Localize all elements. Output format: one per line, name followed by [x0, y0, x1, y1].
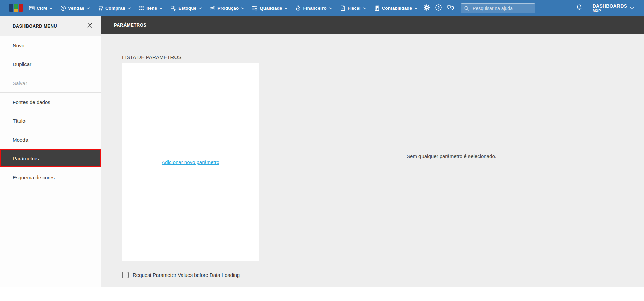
parameter-list-label: LISTA DE PARÂMETROS — [122, 54, 182, 60]
logo-bar-orange — [14, 9, 18, 12]
chevron-down-icon — [199, 7, 202, 9]
chevron-down-icon — [49, 7, 53, 9]
nav-item-financeiro[interactable]: Financeiro — [295, 5, 332, 11]
chevron-down-icon — [128, 7, 131, 9]
main-menu: CRM Vendas Compras Itens Estoque — [29, 5, 418, 11]
nav-item-itens[interactable]: Itens — [139, 5, 163, 11]
parameter-list-box: Adicionar novo parâmetro — [122, 63, 259, 261]
add-parameter-link[interactable]: Adicionar novo parâmetro — [162, 159, 219, 165]
help-button[interactable]: ? — [435, 4, 442, 12]
dashboard-selector-title: DASHBOARDS — [593, 3, 627, 9]
dashboard-selector[interactable]: DASHBOARDS MXP — [593, 3, 634, 13]
chevron-down-icon — [159, 7, 163, 9]
logo-bar-middle — [14, 4, 18, 12]
crm-icon — [29, 5, 35, 11]
chevron-down-icon — [87, 7, 90, 9]
sidebar-item-titulo[interactable]: Título — [0, 111, 101, 130]
sidebar-item-novo[interactable]: Novo... — [0, 36, 101, 55]
nav-item-crm[interactable]: CRM — [29, 5, 53, 11]
request-parameters-row: Request Parameter Values before Data Loa… — [122, 272, 240, 278]
gear-icon — [423, 4, 430, 12]
producao-icon — [210, 5, 215, 11]
sidebar-item-duplicar[interactable]: Duplicar — [0, 55, 101, 73]
chevron-down-icon — [630, 5, 634, 11]
contabilidade-icon — [374, 5, 380, 11]
sidebar-item-salvar: Salvar — [0, 73, 101, 92]
nav-item-contabilidade[interactable]: Contabilidade — [374, 5, 418, 11]
request-parameters-label: Request Parameter Values before Data Loa… — [133, 272, 240, 278]
close-menu-button[interactable] — [86, 22, 93, 30]
fiscal-icon — [340, 5, 346, 11]
estoque-icon — [170, 5, 176, 11]
content-panel: PARÂMETROS LISTA DE PARÂMETROS Adicionar… — [101, 16, 644, 287]
sidebar-item-parametros[interactable]: Parâmetros — [0, 149, 101, 167]
nav-item-label: Estoque — [178, 6, 196, 11]
nav-item-compras[interactable]: Compras — [98, 5, 131, 11]
search-input[interactable] — [461, 3, 535, 13]
logo-bar-navy — [9, 4, 13, 12]
nav-item-label: Produção — [217, 6, 239, 11]
app-logo[interactable] — [9, 4, 23, 13]
no-parameter-selected-message: Sem qualquer parâmetro é selecionado. — [259, 153, 644, 159]
sidebar-item-esquema-de-cores[interactable]: Esquema de cores — [0, 168, 101, 187]
nav-item-producao[interactable]: Produção — [210, 5, 244, 11]
dashboard-menu-header: DASHBOARD MENU — [0, 16, 101, 36]
dashboard-selector-subtitle: MXP — [593, 9, 627, 13]
top-navigation-bar: CRM Vendas Compras Itens Estoque — [0, 0, 644, 16]
nav-item-label: Compras — [105, 6, 125, 11]
nav-item-label: Itens — [146, 6, 157, 11]
financeiro-icon — [295, 5, 301, 11]
sidebar-item-fontes-de-dados[interactable]: Fontes de dados — [0, 93, 101, 111]
chevron-down-icon — [241, 7, 244, 9]
chat-icon — [447, 4, 455, 12]
chat-button[interactable] — [447, 4, 455, 12]
notifications-button[interactable] — [576, 4, 583, 12]
nav-item-fiscal[interactable]: Fiscal — [340, 5, 366, 11]
nav-item-label: Fiscal — [348, 6, 361, 11]
chevron-down-icon — [329, 7, 332, 9]
bell-icon — [576, 4, 583, 12]
vendas-icon — [60, 5, 66, 11]
logo-bar-red — [19, 4, 23, 12]
close-icon — [87, 22, 93, 30]
topbar-right-cluster: DASHBOARDS MXP — [576, 3, 634, 13]
dashboard-menu-panel: DASHBOARD MENU Novo... Duplicar Salvar F… — [0, 16, 101, 287]
svg-text:?: ? — [437, 6, 440, 10]
nav-item-label: Vendas — [68, 6, 84, 11]
nav-item-label: Financeiro — [303, 6, 326, 11]
chevron-down-icon — [284, 7, 288, 9]
help-icon: ? — [435, 4, 442, 12]
app-window: CRM Vendas Compras Itens Estoque — [0, 0, 644, 301]
nav-item-label: Contabilidade — [382, 6, 412, 11]
help-search — [461, 3, 535, 13]
chevron-down-icon — [363, 7, 366, 9]
settings-button[interactable] — [423, 4, 430, 12]
itens-icon — [139, 5, 144, 11]
nav-item-label: Qualidade — [260, 6, 282, 11]
chevron-down-icon — [414, 7, 418, 9]
logo-bar-green — [14, 4, 18, 9]
bottom-strip — [0, 287, 644, 301]
dashboard-selector-labels: DASHBOARDS MXP — [593, 3, 627, 13]
request-parameters-checkbox[interactable] — [122, 272, 129, 278]
nav-item-label: CRM — [37, 6, 47, 11]
nav-item-vendas[interactable]: Vendas — [60, 5, 90, 11]
nav-item-estoque[interactable]: Estoque — [170, 5, 202, 11]
dashboard-menu-title: DASHBOARD MENU — [13, 23, 86, 29]
parameters-page: LISTA DE PARÂMETROS Adicionar novo parâm… — [101, 34, 644, 287]
content-header: PARÂMETROS — [101, 16, 644, 34]
sidebar-item-moeda[interactable]: Moeda — [0, 130, 101, 149]
compras-icon — [98, 5, 103, 11]
page-title: PARÂMETROS — [114, 22, 146, 28]
main-area: DASHBOARD MENU Novo... Duplicar Salvar F… — [0, 16, 644, 287]
nav-item-qualidade[interactable]: Qualidade — [252, 5, 288, 11]
qualidade-icon — [252, 5, 258, 11]
